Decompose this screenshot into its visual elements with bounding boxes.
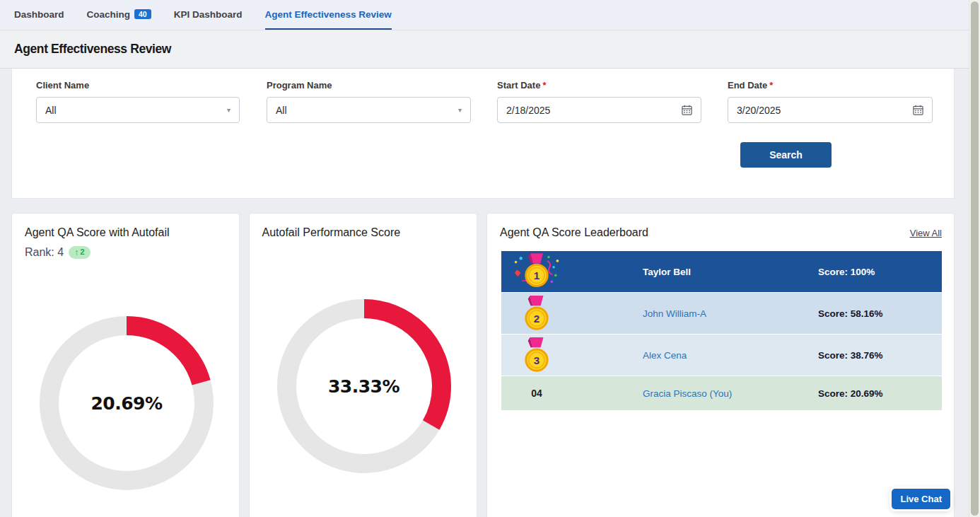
required-asterisk: * — [769, 80, 773, 91]
vertical-scrollbar — [969, 0, 980, 517]
live-chat-button[interactable]: Live Chat — [892, 489, 950, 509]
chevron-down-icon: ▾ — [227, 106, 231, 114]
coaching-count-badge: 40 — [134, 9, 151, 20]
agent-name-link[interactable]: Taylor Bell — [643, 267, 691, 277]
tab-coaching-label: Coaching — [87, 9, 131, 20]
agent-score: Score: 38.76% — [818, 350, 943, 361]
table-row: 04 Gracia Piscaso (You) Score: 20.69% — [501, 376, 942, 410]
client-name-select[interactable]: All ▾ — [36, 97, 240, 123]
tab-agent-effectiveness-review[interactable]: Agent Effectiveness Review — [265, 0, 392, 30]
end-date-label: End Date — [728, 80, 767, 91]
autofail-performance-card: Autofail Performance Score 33.33% — [249, 213, 478, 517]
top-nav: Dashboard Coaching 40 KPI Dashboard Agen… — [0, 0, 969, 30]
tab-kpi-dashboard[interactable]: KPI Dashboard — [174, 0, 243, 30]
start-date-fieldbox — [497, 97, 701, 123]
tab-dashboard[interactable]: Dashboard — [14, 0, 64, 30]
cards-row: Agent QA Score with Autofail Rank: 4 ↑ 2… — [11, 213, 955, 517]
client-name-value: All — [45, 105, 57, 116]
chevron-down-icon: ▾ — [458, 106, 462, 114]
required-asterisk: * — [542, 80, 546, 91]
table-row: 3 Alex Cena Score: 38.76% — [501, 334, 942, 376]
filter-panel: Client Name All ▾ Program Name All ▾ Sta… — [11, 69, 955, 199]
program-name-label: Program Name — [267, 80, 471, 91]
agent-score: Score: 100% — [818, 267, 943, 277]
agent-score: Score: 58.16% — [818, 308, 943, 319]
agent-score: Score: 20.69% — [818, 388, 943, 399]
scrollbar-thumb[interactable] — [971, 1, 979, 516]
arrow-up-icon: ↑ — [74, 248, 78, 257]
svg-text:1: 1 — [534, 269, 539, 281]
gold-medal-first-place-icon: 1 — [513, 253, 560, 290]
end-date-input[interactable] — [737, 105, 913, 116]
rank-change-badge: ↑ 2 — [69, 246, 90, 259]
agent-name-link[interactable]: Gracia Piscaso (You) — [643, 388, 732, 399]
calendar-icon[interactable] — [682, 105, 692, 115]
leaderboard-title: Agent QA Score Leaderboard — [500, 226, 648, 239]
autofail-donut-chart: 33.33% — [277, 299, 451, 473]
svg-text:3: 3 — [534, 354, 539, 366]
rank-number: 04 — [531, 388, 542, 399]
autofail-percent: 33.33% — [277, 299, 451, 473]
gold-medal-third-place-icon: 3 — [521, 337, 552, 373]
calendar-icon[interactable] — [913, 105, 923, 115]
rank-value: Rank: 4 — [25, 246, 64, 259]
svg-text:2: 2 — [534, 313, 539, 325]
rank-change-value: 2 — [80, 248, 84, 257]
program-name-select[interactable]: All ▾ — [267, 97, 471, 123]
qa-score-percent: 20.69% — [40, 316, 214, 490]
table-row: 2 John William-A Score: 58.16% — [501, 292, 942, 334]
end-date-fieldbox — [728, 97, 933, 123]
page-title: Agent Effectiveness Review — [14, 42, 171, 57]
start-date-label: Start Date — [497, 80, 540, 91]
page: Dashboard Coaching 40 KPI Dashboard Agen… — [0, 0, 969, 517]
tab-kpi-dashboard-label: KPI Dashboard — [174, 9, 243, 20]
agent-qa-score-card: Agent QA Score with Autofail Rank: 4 ↑ 2… — [11, 213, 240, 517]
table-row: 1 Taylor Bell Score: 100% — [501, 251, 942, 292]
search-button[interactable]: Search — [740, 142, 832, 168]
gold-medal-second-place-icon: 2 — [521, 295, 552, 332]
title-band: Agent Effectiveness Review — [0, 30, 969, 69]
program-name-value: All — [276, 105, 287, 116]
qa-card-title: Agent QA Score with Autofail — [12, 214, 239, 239]
tab-dashboard-label: Dashboard — [14, 9, 64, 20]
tab-coaching[interactable]: Coaching 40 — [87, 0, 151, 30]
view-all-link[interactable]: View All — [910, 228, 942, 238]
leaderboard-table: 1 Taylor Bell Score: 100% 2 — [501, 251, 942, 410]
start-date-input[interactable] — [506, 105, 682, 116]
leaderboard-card: Agent QA Score Leaderboard View All — [486, 213, 955, 517]
qa-score-donut-chart: 20.69% — [40, 316, 214, 490]
agent-name-link[interactable]: Alex Cena — [643, 350, 687, 361]
tab-agent-effectiveness-review-label: Agent Effectiveness Review — [265, 9, 392, 20]
client-name-label: Client Name — [36, 80, 240, 91]
agent-name-link[interactable]: John William-A — [643, 308, 706, 319]
autofail-card-title: Autofail Performance Score — [250, 214, 477, 239]
